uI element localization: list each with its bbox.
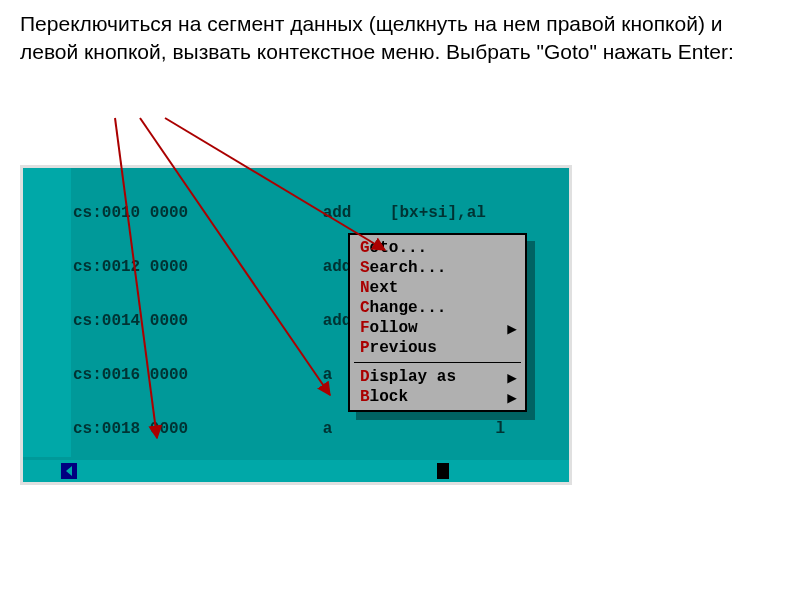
submenu-arrow-icon: ▶ [507, 369, 517, 389]
menu-search[interactable]: Search... [350, 258, 525, 278]
menu-change[interactable]: Change... [350, 298, 525, 318]
submenu-arrow-icon: ▶ [507, 320, 517, 340]
menu-follow[interactable]: Follow▶ [350, 318, 525, 338]
instruction-text: Переключиться на сегмент данных (щелкнут… [20, 10, 770, 67]
menu-goto[interactable]: Goto... [350, 238, 525, 258]
line-gutter [23, 168, 71, 457]
menu-previous[interactable]: Previous [350, 338, 525, 358]
context-menu: Goto... Search... Next Change... Follow▶… [348, 233, 527, 412]
horizontal-scrollbar[interactable] [23, 460, 569, 482]
scroll-left-icon[interactable] [61, 463, 77, 479]
submenu-arrow-icon: ▶ [507, 389, 517, 409]
debugger-window: cs:0010 0000 add [bx+si],al cs:0012 0000… [20, 165, 572, 485]
scroll-thumb[interactable] [437, 463, 449, 479]
menu-separator [354, 362, 521, 363]
scroll-right-region[interactable] [418, 463, 434, 479]
asm-row[interactable]: cs:0018 0000 a l [73, 420, 569, 438]
debugger-client-area[interactable]: cs:0010 0000 add [bx+si],al cs:0012 0000… [23, 168, 569, 482]
menu-display-as[interactable]: Display as▶ [350, 367, 525, 387]
menu-next[interactable]: Next [350, 278, 525, 298]
menu-block[interactable]: Block▶ [350, 387, 525, 407]
asm-row[interactable]: cs:0010 0000 add [bx+si],al [73, 204, 569, 222]
